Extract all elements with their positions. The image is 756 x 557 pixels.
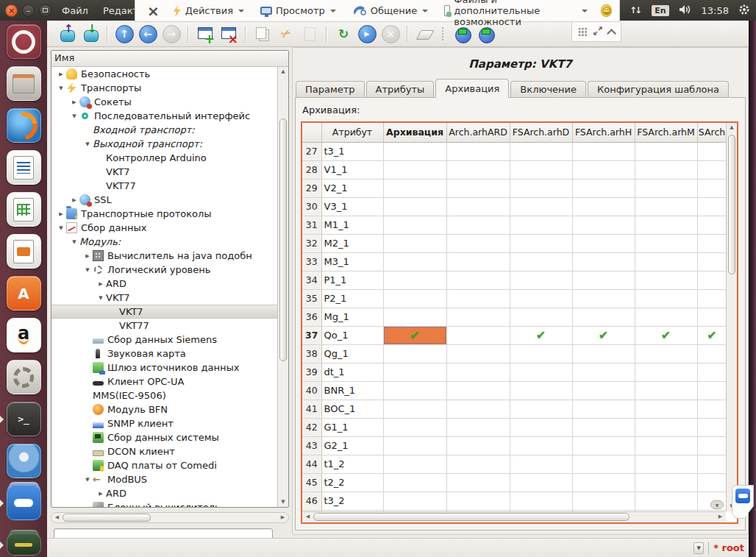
tree-item-vkt7[interactable]: VKT7 bbox=[51, 305, 277, 319]
archive-cell[interactable] bbox=[510, 160, 572, 179]
archive-cell[interactable] bbox=[383, 216, 446, 234]
launcher-system-settings[interactable] bbox=[0, 360, 47, 395]
overlay-menu[interactable]: Общение bbox=[349, 4, 431, 18]
attribute-cell[interactable]: M1_1 bbox=[321, 216, 383, 234]
tree-item-vkt77[interactable]: VKT77 bbox=[51, 179, 277, 193]
archive-cell[interactable] bbox=[697, 455, 726, 473]
tab-атрибуты[interactable]: Атрибуты bbox=[366, 81, 435, 98]
archive-cell[interactable] bbox=[572, 344, 635, 363]
archive-cell[interactable] bbox=[635, 197, 697, 216]
archive-cell[interactable] bbox=[572, 492, 635, 510]
launcher-libreoffice-writer[interactable] bbox=[0, 150, 47, 185]
archive-cell[interactable] bbox=[572, 142, 635, 160]
edge-collapse-button[interactable]: ▼ bbox=[710, 500, 724, 509]
archive-cell[interactable] bbox=[697, 160, 726, 179]
archive-cell[interactable] bbox=[383, 436, 446, 455]
archive-cell[interactable] bbox=[446, 492, 510, 510]
archive-cell[interactable] bbox=[697, 234, 726, 252]
archive-cell[interactable] bbox=[510, 308, 572, 326]
archive-cell[interactable] bbox=[697, 142, 726, 160]
tree-item-блочный-вычислитель[interactable]: Блочный вычислитель bbox=[51, 500, 277, 507]
archive-cell[interactable] bbox=[383, 271, 446, 289]
archive-cell[interactable] bbox=[635, 308, 697, 326]
expander-open-icon[interactable] bbox=[69, 239, 79, 245]
archive-cell[interactable] bbox=[510, 363, 572, 381]
tree-item-шлюз-источников-данных[interactable]: Шлюз источников данных bbox=[51, 361, 277, 375]
expander-closed-icon[interactable] bbox=[56, 71, 66, 77]
archive-cell[interactable]: ✔ bbox=[697, 326, 726, 344]
archive-cell[interactable] bbox=[383, 473, 446, 492]
clock[interactable]: 13:58 bbox=[702, 5, 729, 16]
archive-cell[interactable] bbox=[510, 142, 572, 160]
archive-cell[interactable] bbox=[697, 436, 726, 455]
attribute-cell[interactable]: G1_1 bbox=[321, 418, 383, 436]
load-from-db-button[interactable] bbox=[57, 24, 76, 43]
tree-item-транспорты[interactable]: Транспорты bbox=[51, 81, 277, 95]
archive-cell[interactable] bbox=[697, 252, 726, 271]
archive-cell[interactable] bbox=[572, 216, 635, 234]
archive-cell[interactable] bbox=[510, 271, 572, 289]
archive-cell[interactable] bbox=[383, 179, 446, 197]
expander-open-icon[interactable] bbox=[56, 225, 66, 231]
archive-cell[interactable] bbox=[446, 344, 510, 363]
attribute-cell[interactable]: Qo_1 bbox=[321, 326, 383, 344]
scroll-right-icon[interactable]: ▶ bbox=[716, 512, 725, 522]
tree-item-ard[interactable]: ARD bbox=[51, 486, 277, 500]
launcher-chromium[interactable] bbox=[0, 444, 47, 479]
archive-cell[interactable] bbox=[446, 455, 510, 473]
expander-open-icon[interactable] bbox=[69, 113, 79, 119]
archive-cell[interactable] bbox=[635, 363, 697, 381]
archive-cell[interactable] bbox=[635, 216, 697, 234]
archive-cell[interactable] bbox=[383, 381, 446, 400]
archive-cell[interactable] bbox=[572, 289, 635, 308]
archive-cell[interactable] bbox=[572, 252, 635, 271]
up-button[interactable] bbox=[115, 24, 134, 43]
tree-item-модуль-[interactable]: Модуль: bbox=[51, 235, 277, 249]
tab-параметр[interactable]: Параметр bbox=[296, 81, 365, 98]
tree-item-ssl[interactable]: SSL bbox=[51, 193, 277, 207]
expander-closed-icon[interactable] bbox=[69, 197, 79, 203]
archive-cell[interactable] bbox=[635, 400, 697, 418]
launcher-libreoffice-impress[interactable] bbox=[0, 234, 47, 269]
attribute-cell[interactable]: Qg_1 bbox=[321, 344, 383, 363]
tree-item-сокеты[interactable]: Сокеты bbox=[51, 95, 277, 109]
tab-конфигурация-шаблона[interactable]: Конфигурация шаблона bbox=[588, 81, 729, 98]
tree-item-выходной-транспорт-[interactable]: Выходной транспорт: bbox=[51, 137, 277, 151]
tree-item-daq-платы-от-comedi[interactable]: DAQ платы от Comedi bbox=[51, 458, 277, 472]
launcher-terminal[interactable]: >_ bbox=[0, 402, 47, 437]
attribute-cell[interactable]: t3_1 bbox=[321, 142, 383, 160]
archive-cell[interactable] bbox=[635, 455, 697, 473]
archive-cell[interactable] bbox=[510, 492, 572, 510]
tree-item-vkt7[interactable]: VKT7 bbox=[51, 291, 277, 305]
archive-cell[interactable] bbox=[572, 160, 635, 179]
attribute-cell[interactable]: G2_1 bbox=[321, 436, 383, 455]
archive-cell[interactable] bbox=[572, 381, 635, 400]
tree-item-логический-уровень[interactable]: Логический уровень bbox=[51, 263, 277, 277]
archive-cell[interactable] bbox=[383, 400, 446, 418]
launcher-files[interactable] bbox=[0, 66, 47, 102]
attribute-cell[interactable]: BNR_1 bbox=[321, 381, 383, 400]
attribute-cell[interactable]: V3_1 bbox=[321, 197, 383, 216]
archive-cell[interactable] bbox=[635, 289, 697, 308]
archive-cell[interactable] bbox=[446, 271, 510, 289]
toolbar-handle[interactable] bbox=[442, 27, 445, 40]
archive-cell[interactable] bbox=[510, 418, 572, 436]
expander-open-icon[interactable] bbox=[82, 477, 93, 483]
archive-cell[interactable] bbox=[510, 234, 572, 252]
expander-closed-icon[interactable] bbox=[96, 281, 106, 287]
archive-cell[interactable]: ✔ bbox=[383, 326, 446, 344]
archive-cell[interactable] bbox=[510, 473, 572, 492]
archive-cell[interactable] bbox=[510, 455, 572, 473]
archive-cell[interactable] bbox=[383, 455, 446, 473]
tree-item-vkt7[interactable]: VKT7 bbox=[51, 165, 277, 179]
tree-item-mms-iec-9506-[interactable]: MMS(IEC-9506) bbox=[51, 389, 277, 402]
archive-cell[interactable] bbox=[383, 344, 446, 363]
table-horizontal-scrollbar[interactable]: ◀ ▶ bbox=[302, 511, 726, 522]
grid-icon[interactable] bbox=[578, 27, 588, 37]
window-minimize-button[interactable]: – bbox=[22, 4, 35, 17]
archive-cell[interactable] bbox=[446, 216, 510, 234]
archive-cell[interactable] bbox=[383, 418, 446, 436]
back-button[interactable] bbox=[138, 24, 157, 43]
volume-icon[interactable] bbox=[679, 4, 692, 17]
archive-cell[interactable] bbox=[446, 252, 510, 271]
